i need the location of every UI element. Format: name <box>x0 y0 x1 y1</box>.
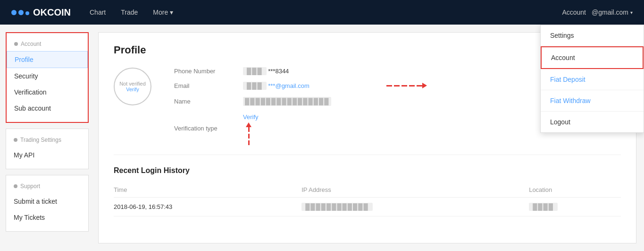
vertical-dashes <box>248 127 250 145</box>
dropdown-logout[interactable]: Logout <box>541 112 644 132</box>
sidebar-item-submit-ticket[interactable]: Submit a ticket <box>6 193 88 209</box>
sidebar-trading-label: Trading Settings <box>20 137 61 143</box>
section-dot-trading-icon <box>14 138 17 142</box>
login-history-title: Recent Login History <box>114 166 621 175</box>
phone-label: Phone Number <box>174 68 235 75</box>
dropdown-account[interactable]: Account <box>541 46 644 69</box>
logo: OKCOIN <box>11 7 71 18</box>
brand-name: OKCOIN <box>33 7 71 18</box>
logo-circle-2 <box>18 10 24 15</box>
col-time: Time <box>114 182 301 198</box>
sidebar-item-my-tickets[interactable]: My Tickets <box>6 209 88 225</box>
email-blurred: ███ <box>243 82 267 90</box>
logo-circle-3 <box>25 11 29 15</box>
name-value: ████████████████ <box>243 97 331 106</box>
sidebar-item-myapi[interactable]: My API <box>6 147 88 163</box>
name-label: Name <box>174 98 235 105</box>
sidebar-account-label: Account <box>21 41 41 47</box>
section-dot-support-icon <box>14 184 17 188</box>
avatar-circle: Not verified Verify <box>114 68 151 105</box>
phone-blurred: ███ <box>243 67 267 75</box>
dropdown-fiat-withdraw[interactable]: Fiat Withdraw <box>541 90 644 112</box>
sidebar-item-profile[interactable]: Profile <box>7 51 88 68</box>
login-table: Time IP Address Location 2018-06-19, 16:… <box>114 182 621 216</box>
profile-row-name: Name ████████████████ <box>174 97 331 106</box>
nav-trade[interactable]: Trade <box>121 9 138 16</box>
section-dot-icon <box>14 42 18 46</box>
nav-links: Chart Trade More ▾ <box>90 9 562 16</box>
verification-verify-link[interactable]: Verify <box>243 113 259 121</box>
login-history-section: Recent Login History Time IP Address Loc… <box>114 166 621 216</box>
dropdown-settings[interactable]: Settings <box>541 25 644 46</box>
avatar-verify-link[interactable]: Verify <box>126 87 139 92</box>
dropdown-fiat-deposit[interactable]: Fiat Deposit <box>541 69 644 90</box>
sidebar-item-verification[interactable]: Verification <box>7 84 88 100</box>
chevron-down-icon: ▾ <box>630 10 633 15</box>
vdash-3 <box>248 140 250 145</box>
sidebar-section-support-title: Support <box>6 181 88 193</box>
col-ip: IP Address <box>301 182 529 198</box>
sidebar-section-trading-title: Trading Settings <box>6 135 88 147</box>
nav-email-dropdown[interactable]: @gmail.com ▾ <box>592 9 633 16</box>
sidebar-section-support: Support Submit a ticket My Tickets <box>6 175 89 232</box>
profile-fields: Phone Number ███ ***8344 Email ███ ***@g… <box>174 68 331 143</box>
verify-arrow <box>246 122 251 145</box>
sidebar-item-security[interactable]: Security <box>7 68 88 84</box>
sidebar-section-account: Account Profile Security Verification Su… <box>6 32 89 123</box>
not-verified-label: Not verified <box>119 81 146 87</box>
profile-row-verification: Verification type Verify <box>174 113 331 143</box>
vdash-2 <box>248 134 250 138</box>
profile-row-email: Email ███ ***@gmail.com <box>174 82 331 89</box>
location-blurred: ████ <box>529 203 558 211</box>
email-label: Email <box>174 82 235 89</box>
logo-circle-1 <box>11 10 17 15</box>
phone-value: ███ ***8344 <box>243 68 289 75</box>
nav-chart[interactable]: Chart <box>90 9 106 16</box>
nav-right: Account @gmail.com ▾ <box>562 9 633 16</box>
profile-row-phone: Phone Number ███ ***8344 <box>174 68 331 75</box>
email-value: ███ ***@gmail.com <box>243 82 309 89</box>
ip-blurred: ████████████ <box>301 203 373 211</box>
account-dropdown-menu: Settings Account Fiat Deposit Fiat Withd… <box>540 25 644 133</box>
col-location: Location <box>529 182 621 198</box>
sidebar-item-subaccount[interactable]: Sub account <box>7 100 88 116</box>
row-time: 2018-06-19, 16:57:43 <box>114 198 301 216</box>
row-ip: ████████████ <box>301 198 529 216</box>
sidebar-section-account-title: Account <box>7 39 88 51</box>
arrow-up-icon <box>246 122 251 127</box>
vdash-1 <box>248 127 250 132</box>
sidebar-section-trading: Trading Settings My API <box>6 129 89 169</box>
nav-account-label[interactable]: Account <box>562 9 586 16</box>
verification-label: Verification type <box>174 125 235 132</box>
row-location: ████ <box>529 198 621 216</box>
sidebar: Account Profile Security Verification Su… <box>0 25 94 251</box>
logo-circles <box>11 10 29 15</box>
table-row: 2018-06-19, 16:57:43 ████████████ ████ <box>114 198 621 216</box>
nav-email-text: @gmail.com <box>592 9 628 16</box>
nav-more[interactable]: More ▾ <box>153 9 173 16</box>
avatar-area: Not verified Verify <box>114 68 151 105</box>
navbar: OKCOIN Chart Trade More ▾ Account @gmail… <box>0 0 644 25</box>
sidebar-support-label: Support <box>20 183 40 190</box>
